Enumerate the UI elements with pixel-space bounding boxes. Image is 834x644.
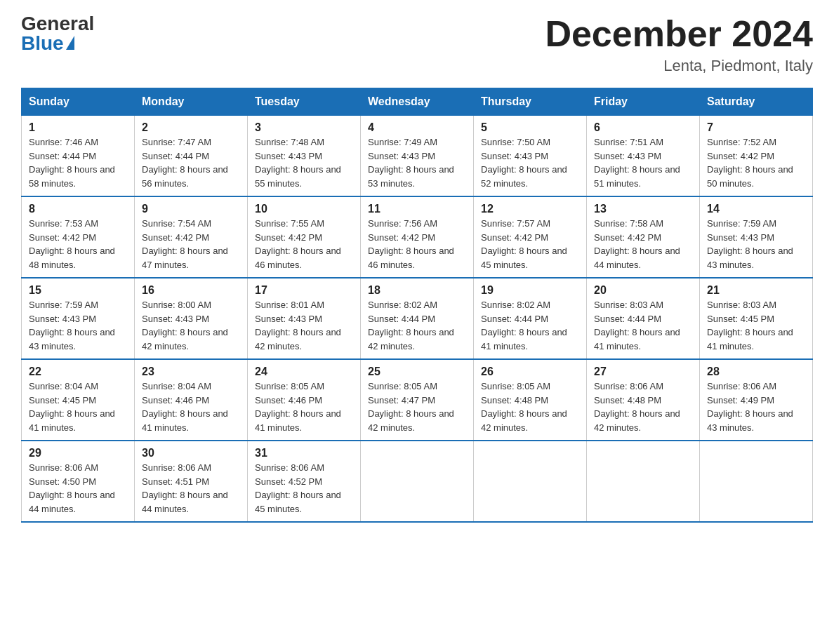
day-info: Sunrise: 8:00 AMSunset: 4:43 PMDaylight:… (142, 300, 228, 351)
calendar-header-saturday: Saturday (700, 88, 813, 116)
day-number: 9 (142, 203, 240, 215)
day-number: 10 (255, 203, 353, 215)
calendar-header-row: SundayMondayTuesdayWednesdayThursdayFrid… (22, 88, 813, 116)
day-info: Sunrise: 8:06 AMSunset: 4:49 PMDaylight:… (707, 381, 793, 433)
calendar-cell: 14Sunrise: 7:59 AMSunset: 4:43 PMDayligh… (700, 196, 813, 278)
page-header: General Blue December 2024 Lenta, Piedmo… (21, 14, 813, 75)
day-number: 23 (142, 365, 240, 378)
calendar-cell: 1Sunrise: 7:46 AMSunset: 4:44 PMDaylight… (22, 116, 135, 197)
calendar-cell (474, 441, 587, 522)
day-number: 15 (29, 284, 127, 297)
calendar-cell: 26Sunrise: 8:05 AMSunset: 4:48 PMDayligh… (474, 359, 587, 441)
day-number: 4 (368, 121, 466, 134)
calendar-cell: 31Sunrise: 8:06 AMSunset: 4:52 PMDayligh… (248, 441, 361, 522)
calendar-header-sunday: Sunday (22, 88, 135, 116)
calendar-cell: 2Sunrise: 7:47 AMSunset: 4:44 PMDaylight… (135, 116, 248, 197)
calendar-cell: 7Sunrise: 7:52 AMSunset: 4:42 PMDaylight… (700, 116, 813, 197)
logo-triangle-icon (66, 36, 74, 50)
calendar-cell: 3Sunrise: 7:48 AMSunset: 4:43 PMDaylight… (248, 116, 361, 197)
calendar-cell: 29Sunrise: 8:06 AMSunset: 4:50 PMDayligh… (22, 441, 135, 522)
day-info: Sunrise: 7:53 AMSunset: 4:42 PMDaylight:… (29, 218, 115, 270)
day-number: 27 (594, 365, 692, 378)
day-number: 6 (594, 121, 692, 134)
calendar-table: SundayMondayTuesdayWednesdayThursdayFrid… (21, 88, 813, 523)
month-title: December 2024 (545, 14, 813, 54)
calendar-cell: 10Sunrise: 7:55 AMSunset: 4:42 PMDayligh… (248, 196, 361, 278)
day-info: Sunrise: 7:56 AMSunset: 4:42 PMDaylight:… (368, 218, 454, 270)
calendar-cell: 27Sunrise: 8:06 AMSunset: 4:48 PMDayligh… (587, 359, 700, 441)
calendar-header-thursday: Thursday (474, 88, 587, 116)
logo-general-text: General (21, 14, 94, 34)
calendar-cell: 24Sunrise: 8:05 AMSunset: 4:46 PMDayligh… (248, 359, 361, 441)
day-number: 14 (707, 203, 805, 215)
day-info: Sunrise: 7:57 AMSunset: 4:42 PMDaylight:… (481, 218, 567, 270)
calendar-cell: 30Sunrise: 8:06 AMSunset: 4:51 PMDayligh… (135, 441, 248, 522)
day-info: Sunrise: 8:06 AMSunset: 4:48 PMDaylight:… (594, 381, 680, 433)
day-number: 31 (255, 447, 353, 459)
logo: General Blue (21, 14, 94, 53)
calendar-cell: 28Sunrise: 8:06 AMSunset: 4:49 PMDayligh… (700, 359, 813, 441)
calendar-cell: 5Sunrise: 7:50 AMSunset: 4:43 PMDaylight… (474, 116, 587, 197)
day-number: 28 (707, 365, 805, 378)
calendar-cell: 22Sunrise: 8:04 AMSunset: 4:45 PMDayligh… (22, 359, 135, 441)
day-info: Sunrise: 7:51 AMSunset: 4:43 PMDaylight:… (594, 137, 680, 189)
day-info: Sunrise: 7:46 AMSunset: 4:44 PMDaylight:… (29, 137, 115, 189)
day-info: Sunrise: 8:03 AMSunset: 4:44 PMDaylight:… (594, 300, 680, 351)
day-number: 2 (142, 121, 240, 134)
day-info: Sunrise: 8:06 AMSunset: 4:52 PMDaylight:… (255, 462, 341, 514)
day-info: Sunrise: 8:03 AMSunset: 4:45 PMDaylight:… (707, 300, 793, 351)
calendar-cell: 19Sunrise: 8:02 AMSunset: 4:44 PMDayligh… (474, 278, 587, 359)
day-info: Sunrise: 8:01 AMSunset: 4:43 PMDaylight:… (255, 300, 341, 351)
day-number: 13 (594, 203, 692, 215)
day-number: 3 (255, 121, 353, 134)
day-info: Sunrise: 7:52 AMSunset: 4:42 PMDaylight:… (707, 137, 793, 189)
calendar-cell: 15Sunrise: 7:59 AMSunset: 4:43 PMDayligh… (22, 278, 135, 359)
calendar-cell (587, 441, 700, 522)
day-info: Sunrise: 7:59 AMSunset: 4:43 PMDaylight:… (707, 218, 793, 270)
location: Lenta, Piedmont, Italy (545, 57, 813, 75)
day-number: 8 (29, 203, 127, 215)
day-info: Sunrise: 7:49 AMSunset: 4:43 PMDaylight:… (368, 137, 454, 189)
day-info: Sunrise: 8:05 AMSunset: 4:46 PMDaylight:… (255, 381, 341, 433)
calendar-week-row: 22Sunrise: 8:04 AMSunset: 4:45 PMDayligh… (22, 359, 813, 441)
day-info: Sunrise: 7:59 AMSunset: 4:43 PMDaylight:… (29, 300, 115, 351)
calendar-header-friday: Friday (587, 88, 700, 116)
day-info: Sunrise: 7:47 AMSunset: 4:44 PMDaylight:… (142, 137, 228, 189)
calendar-cell: 8Sunrise: 7:53 AMSunset: 4:42 PMDaylight… (22, 196, 135, 278)
day-number: 21 (707, 284, 805, 297)
day-number: 18 (368, 284, 466, 297)
calendar-cell (700, 441, 813, 522)
calendar-cell: 11Sunrise: 7:56 AMSunset: 4:42 PMDayligh… (361, 196, 474, 278)
day-info: Sunrise: 7:54 AMSunset: 4:42 PMDaylight:… (142, 218, 228, 270)
day-number: 7 (707, 121, 805, 134)
day-info: Sunrise: 7:48 AMSunset: 4:43 PMDaylight:… (255, 137, 341, 189)
calendar-cell: 18Sunrise: 8:02 AMSunset: 4:44 PMDayligh… (361, 278, 474, 359)
calendar-cell: 16Sunrise: 8:00 AMSunset: 4:43 PMDayligh… (135, 278, 248, 359)
calendar-cell: 12Sunrise: 7:57 AMSunset: 4:42 PMDayligh… (474, 196, 587, 278)
calendar-week-row: 29Sunrise: 8:06 AMSunset: 4:50 PMDayligh… (22, 441, 813, 522)
day-number: 5 (481, 121, 579, 134)
calendar-cell: 23Sunrise: 8:04 AMSunset: 4:46 PMDayligh… (135, 359, 248, 441)
day-number: 26 (481, 365, 579, 378)
day-number: 22 (29, 365, 127, 378)
calendar-cell: 6Sunrise: 7:51 AMSunset: 4:43 PMDaylight… (587, 116, 700, 197)
calendar-cell: 13Sunrise: 7:58 AMSunset: 4:42 PMDayligh… (587, 196, 700, 278)
calendar-header-monday: Monday (135, 88, 248, 116)
day-number: 16 (142, 284, 240, 297)
day-info: Sunrise: 8:02 AMSunset: 4:44 PMDaylight:… (368, 300, 454, 351)
day-number: 25 (368, 365, 466, 378)
day-info: Sunrise: 8:06 AMSunset: 4:51 PMDaylight:… (142, 462, 228, 514)
calendar-cell: 21Sunrise: 8:03 AMSunset: 4:45 PMDayligh… (700, 278, 813, 359)
title-block: December 2024 Lenta, Piedmont, Italy (545, 14, 813, 75)
calendar-week-row: 1Sunrise: 7:46 AMSunset: 4:44 PMDaylight… (22, 116, 813, 197)
calendar-week-row: 8Sunrise: 7:53 AMSunset: 4:42 PMDaylight… (22, 196, 813, 278)
day-info: Sunrise: 8:04 AMSunset: 4:45 PMDaylight:… (29, 381, 115, 433)
day-number: 20 (594, 284, 692, 297)
calendar-cell: 17Sunrise: 8:01 AMSunset: 4:43 PMDayligh… (248, 278, 361, 359)
day-number: 30 (142, 447, 240, 459)
day-number: 1 (29, 121, 127, 134)
day-number: 17 (255, 284, 353, 297)
logo-blue-text: Blue (21, 34, 74, 53)
day-info: Sunrise: 8:06 AMSunset: 4:50 PMDaylight:… (29, 462, 115, 514)
calendar-header-wednesday: Wednesday (361, 88, 474, 116)
